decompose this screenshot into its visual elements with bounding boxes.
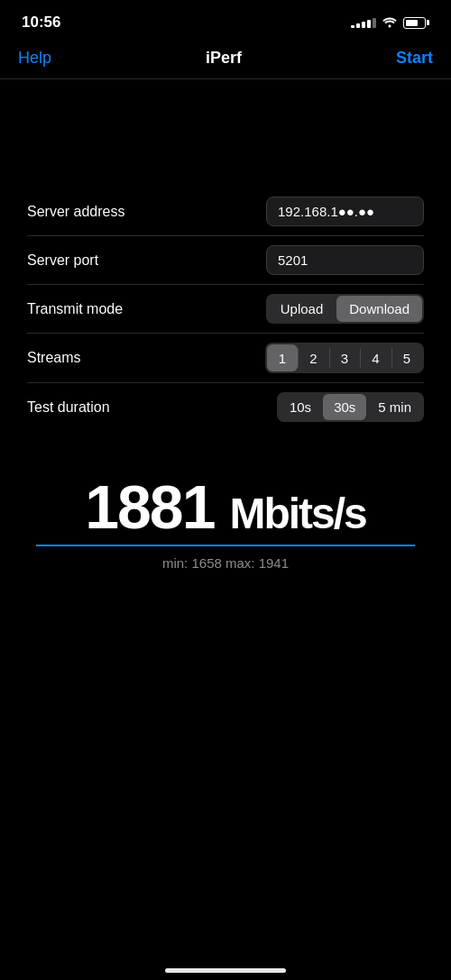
- result-underline: [36, 545, 415, 546]
- test-duration-label: Test duration: [27, 399, 110, 416]
- transmit-mode-row: Transmit mode Upload Download: [27, 285, 424, 334]
- duration-30s-option[interactable]: 30s: [323, 394, 366, 420]
- streams-row: Streams 1 2 3 4 5: [27, 334, 424, 383]
- server-port-label: Server port: [27, 252, 98, 269]
- duration-5min-option[interactable]: 5 min: [367, 394, 422, 420]
- result-minmax: min: 1658 max: 1941: [36, 555, 415, 571]
- stream-5-option[interactable]: 5: [391, 344, 422, 371]
- server-address-input[interactable]: [266, 197, 424, 226]
- help-button[interactable]: Help: [18, 49, 51, 68]
- status-time: 10:56: [22, 14, 60, 32]
- server-address-control: [266, 197, 424, 226]
- stream-3-option[interactable]: 3: [329, 344, 360, 371]
- battery-icon: [403, 17, 429, 29]
- settings-section: Server address Server port Transmit mode…: [27, 188, 424, 431]
- home-indicator: [165, 968, 286, 973]
- stream-1-option[interactable]: 1: [267, 344, 298, 371]
- result-unit: Mbits/s: [229, 490, 365, 537]
- min-label: min:: [162, 555, 188, 571]
- duration-segmented: 10s 30s 5 min: [277, 392, 424, 422]
- server-port-row: Server port: [27, 236, 424, 285]
- server-port-control: [266, 245, 424, 275]
- status-icons: [351, 15, 429, 31]
- wifi-icon: [382, 15, 398, 31]
- main-content: Server address Server port Transmit mode…: [0, 188, 451, 571]
- server-port-input[interactable]: [266, 245, 424, 275]
- signal-icon: [351, 18, 376, 28]
- transmit-mode-control: Upload Download: [266, 294, 424, 324]
- min-value: 1658: [191, 555, 221, 571]
- duration-10s-option[interactable]: 10s: [279, 394, 322, 420]
- result-speed-display: 1881 Mbits/s: [36, 476, 415, 537]
- server-address-row: Server address: [27, 188, 424, 236]
- app-title: iPerf: [206, 49, 242, 68]
- duration-control: 10s 30s 5 min: [277, 392, 424, 422]
- result-speed-value: 1881: [85, 472, 214, 541]
- streams-segmented: 1 2 3 4 5: [265, 343, 424, 373]
- max-label: max:: [226, 555, 255, 571]
- server-address-label: Server address: [27, 204, 125, 220]
- stream-4-option[interactable]: 4: [361, 344, 391, 371]
- transmit-segmented: Upload Download: [266, 294, 424, 324]
- transmit-mode-label: Transmit mode: [27, 301, 123, 317]
- result-section: 1881 Mbits/s min: 1658 max: 1941: [27, 476, 424, 571]
- start-button[interactable]: Start: [396, 49, 433, 68]
- status-bar: 10:56: [0, 0, 451, 40]
- transmit-upload-option[interactable]: Upload: [268, 296, 336, 322]
- streams-control: 1 2 3 4 5: [265, 343, 424, 373]
- nav-bar: Help iPerf Start: [0, 40, 451, 79]
- transmit-download-option[interactable]: Download: [336, 296, 422, 322]
- test-duration-row: Test duration 10s 30s 5 min: [27, 383, 424, 431]
- stream-2-option[interactable]: 2: [299, 344, 329, 371]
- streams-label: Streams: [27, 350, 81, 366]
- max-value: 1941: [259, 555, 289, 571]
